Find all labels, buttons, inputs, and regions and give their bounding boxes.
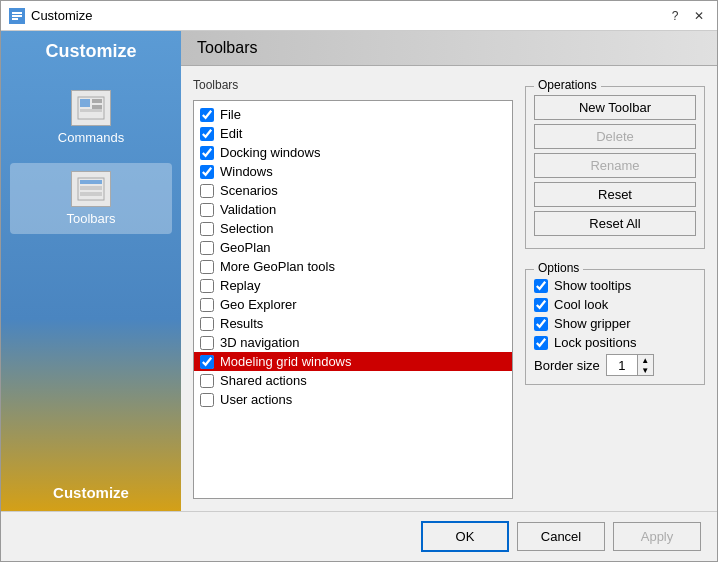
option-checkbox-show_tooltips[interactable]	[534, 279, 548, 293]
main-header: Toolbars	[181, 31, 717, 66]
toolbar-checkbox-modeling_grid[interactable]	[200, 355, 214, 369]
commands-label: Commands	[58, 130, 124, 145]
app-icon	[9, 8, 25, 24]
toolbar-item-label-docking: Docking windows	[220, 145, 320, 160]
toolbar-checkbox-more_geoplan[interactable]	[200, 260, 214, 274]
sidebar-item-commands[interactable]: Commands	[10, 82, 172, 153]
svg-rect-1	[12, 12, 22, 14]
toolbar-list-item-more_geoplan[interactable]: More GeoPlan tools	[194, 257, 512, 276]
svg-rect-6	[92, 99, 102, 103]
toolbars-section: Toolbars FileEditDocking windowsWindowsS…	[193, 78, 513, 499]
spinner-up-button[interactable]: ▲	[637, 355, 653, 365]
toolbars-section-label: Toolbars	[193, 78, 513, 92]
svg-rect-8	[80, 109, 102, 112]
toolbar-list-item-validation[interactable]: Validation	[194, 200, 512, 219]
toolbar-item-label-selection: Selection	[220, 221, 273, 236]
toolbar-list-item-replay[interactable]: Replay	[194, 276, 512, 295]
toolbar-item-label-validation: Validation	[220, 202, 276, 217]
options-row-show_gripper: Show gripper	[534, 316, 696, 331]
title-bar: Customize ? ✕	[1, 1, 717, 31]
reset-button[interactable]: Reset	[534, 182, 696, 207]
toolbar-list-item-docking[interactable]: Docking windows	[194, 143, 512, 162]
options-row-lock_positions: Lock positions	[534, 335, 696, 350]
svg-rect-5	[80, 99, 90, 107]
toolbar-checkbox-selection[interactable]	[200, 222, 214, 236]
dialog-footer: OK Cancel Apply	[1, 511, 717, 561]
operations-legend: Operations	[534, 78, 601, 92]
operations-group: Operations New ToolbarDeleteRenameResetR…	[525, 86, 705, 249]
toolbar-checkbox-shared_actions[interactable]	[200, 374, 214, 388]
toolbar-item-label-scenarios: Scenarios	[220, 183, 278, 198]
spinner-down-button[interactable]: ▼	[637, 365, 653, 375]
toolbar-list-item-3d_nav[interactable]: 3D navigation	[194, 333, 512, 352]
toolbar-list-item-windows[interactable]: Windows	[194, 162, 512, 181]
sidebar: Customize Commands	[1, 31, 181, 511]
toolbar-checkbox-edit[interactable]	[200, 127, 214, 141]
commands-icon	[71, 90, 111, 126]
toolbar-checkbox-geo_explorer[interactable]	[200, 298, 214, 312]
toolbar-item-label-file: File	[220, 107, 241, 122]
toolbar-checkbox-windows[interactable]	[200, 165, 214, 179]
options-row-cool_look: Cool look	[534, 297, 696, 312]
options-checkboxes: Show tooltipsCool lookShow gripperLock p…	[534, 278, 696, 350]
toolbar-list-item-edit[interactable]: Edit	[194, 124, 512, 143]
new_toolbar-button[interactable]: New Toolbar	[534, 95, 696, 120]
reset_all-button[interactable]: Reset All	[534, 211, 696, 236]
border-size-spinner: ▲ ▼	[606, 354, 654, 376]
toolbar-list: FileEditDocking windowsWindowsScenariosV…	[193, 100, 513, 499]
toolbar-list-item-selection[interactable]: Selection	[194, 219, 512, 238]
close-button[interactable]: ✕	[689, 6, 709, 26]
toolbar-checkbox-user_actions[interactable]	[200, 393, 214, 407]
sidebar-bottom-label: Customize	[53, 484, 129, 501]
rename-button[interactable]: Rename	[534, 153, 696, 178]
toolbar-list-item-geo_explorer[interactable]: Geo Explorer	[194, 295, 512, 314]
title-bar-left: Customize	[9, 8, 92, 24]
spinner-buttons: ▲ ▼	[637, 355, 653, 375]
toolbar-list-item-scenarios[interactable]: Scenarios	[194, 181, 512, 200]
toolbar-list-item-geoplan[interactable]: GeoPlan	[194, 238, 512, 257]
dialog-body: Customize Commands	[1, 31, 717, 511]
toolbar-item-label-results: Results	[220, 316, 263, 331]
svg-rect-10	[80, 180, 102, 184]
customize-dialog: Customize ? ✕ Customize Com	[0, 0, 718, 562]
ok-button[interactable]: OK	[421, 521, 509, 552]
toolbar-list-item-results[interactable]: Results	[194, 314, 512, 333]
border-size-label: Border size	[534, 358, 600, 373]
border-size-input[interactable]	[607, 357, 637, 374]
option-checkbox-show_gripper[interactable]	[534, 317, 548, 331]
toolbar-checkbox-validation[interactable]	[200, 203, 214, 217]
toolbar-list-item-modeling_grid[interactable]: Modeling grid windows	[194, 352, 512, 371]
apply-button[interactable]: Apply	[613, 522, 701, 551]
right-panel: Operations New ToolbarDeleteRenameResetR…	[525, 78, 705, 499]
toolbar-item-label-3d_nav: 3D navigation	[220, 335, 300, 350]
toolbar-list-item-user_actions[interactable]: User actions	[194, 390, 512, 409]
toolbars-icon	[71, 171, 111, 207]
option-checkbox-lock_positions[interactable]	[534, 336, 548, 350]
option-checkbox-cool_look[interactable]	[534, 298, 548, 312]
toolbar-checkbox-3d_nav[interactable]	[200, 336, 214, 350]
toolbar-checkbox-file[interactable]	[200, 108, 214, 122]
toolbar-checkbox-scenarios[interactable]	[200, 184, 214, 198]
delete-button[interactable]: Delete	[534, 124, 696, 149]
toolbar-list-item-shared_actions[interactable]: Shared actions	[194, 371, 512, 390]
svg-rect-7	[92, 105, 102, 109]
toolbar-item-label-windows: Windows	[220, 164, 273, 179]
toolbar-item-label-user_actions: User actions	[220, 392, 292, 407]
help-button[interactable]: ?	[665, 6, 685, 26]
toolbar-checkbox-docking[interactable]	[200, 146, 214, 160]
sidebar-title: Customize	[45, 41, 136, 62]
toolbar-list-item-file[interactable]: File	[194, 105, 512, 124]
svg-rect-2	[12, 15, 22, 17]
options-row-show_tooltips: Show tooltips	[534, 278, 696, 293]
toolbar-item-label-geoplan: GeoPlan	[220, 240, 271, 255]
cancel-button[interactable]: Cancel	[517, 522, 605, 551]
options-legend: Options	[534, 261, 583, 275]
option-label-cool_look: Cool look	[554, 297, 608, 312]
main-panel: Toolbars FileEditDocking windowsWindowsS…	[181, 66, 717, 511]
window-title: Customize	[31, 8, 92, 23]
toolbar-item-label-shared_actions: Shared actions	[220, 373, 307, 388]
sidebar-item-toolbars[interactable]: Toolbars	[10, 163, 172, 234]
toolbar-checkbox-replay[interactable]	[200, 279, 214, 293]
toolbar-checkbox-results[interactable]	[200, 317, 214, 331]
toolbar-checkbox-geoplan[interactable]	[200, 241, 214, 255]
